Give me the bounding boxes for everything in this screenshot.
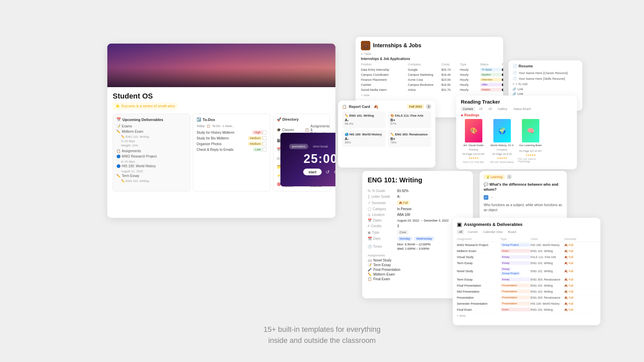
settings-icon[interactable]: ⚙ <box>334 169 335 175</box>
checkbox-4[interactable] <box>263 147 267 152</box>
assignment-item-3[interactable]: ✏️ Term Essay <box>116 174 186 178</box>
resume-item-2[interactable]: 📄 Your Name Here [Skills Resume] <box>508 76 582 81</box>
plus-icon: + <box>513 82 514 86</box>
checkbox-1[interactable] <box>263 130 267 134</box>
rc-course-3[interactable]: 🌎 HIS 100: World History A- 85% <box>342 130 386 147</box>
internship-row-3[interactable]: Finance Placement Acme Corp $23.00 Hourl… <box>356 77 503 82</box>
book-2-status: Complete <box>496 148 507 151</box>
assign-row-10[interactable]: Semester Presentation Presentation HIS 1… <box>453 301 600 307</box>
tab-long-break[interactable]: long break <box>333 144 335 149</box>
checkbox-2[interactable] <box>263 136 267 140</box>
book-3-title: Our Learning Brain <box>519 144 542 147</box>
assignments-table-header: Assignment Type Class Semester <box>453 236 600 242</box>
light-bulb-icon: 💡 <box>486 175 490 179</box>
book-3[interactable]: 🧠 Our Learning Brain On Page 127 of 157 … <box>518 119 543 163</box>
cards-area: Student OS ⭐ Success is a series of smal… <box>87 30 557 318</box>
internship-row-1[interactable]: Data Entry Internship Google $25.74 Hour… <box>356 67 503 72</box>
assignments-tabs: All Current Calendar View Board <box>453 230 600 236</box>
pomodoro-start-button[interactable]: start <box>303 169 322 175</box>
pomodoro-controls: start ↺ ⚙ <box>303 169 335 175</box>
book-1[interactable]: 🎨 Art: Visual Guide Reading On Page 210 … <box>461 119 486 163</box>
tab-all-2[interactable]: All <box>486 107 494 111</box>
learning-header: 💡 Learning 1 <box>480 171 567 182</box>
rc-course-4[interactable]: ✏️ ENG 303: Renaissance B+ 78% <box>388 130 431 147</box>
assign-row-3[interactable]: Visual Study Essay FALS 111: Fine Arts 🍂… <box>453 254 600 260</box>
assign-row-1[interactable]: WW2 Research Project Group Project HIS 1… <box>453 242 600 248</box>
assignments-deliverables-card: ▣ Assignments & Deliverables All Current… <box>453 218 600 325</box>
tab-today[interactable]: Today <box>197 124 205 128</box>
doc-icon-1: 📄 <box>513 71 517 75</box>
briefcase-icon: 💼 <box>361 41 370 50</box>
todo-item-4[interactable]: Check & Reply to Emails Low <box>197 147 267 152</box>
resume-link-1[interactable]: 🔗 Link <box>508 87 582 92</box>
internship-row-5[interactable]: Social Media Intern Artiza $31.75 Hourly… <box>356 87 503 92</box>
tab-all[interactable]: All <box>477 107 484 111</box>
resume-add-link[interactable]: + + To Add <box>508 81 582 87</box>
resume-item-1[interactable]: 📄 Your Name Here [Classic Resume] <box>508 70 582 76</box>
assign-row-5[interactable]: Novel Study Essay Group Project ENG 101:… <box>453 266 600 277</box>
assign-row-4[interactable]: Term Essay Essay ENG 101: Writing 🍂 Fall <box>453 260 600 266</box>
tab-all[interactable]: All <box>457 230 464 234</box>
assign-row-2[interactable]: Midterm Exam Exam ENG 101: Writing 🍂 Fal… <box>453 248 600 254</box>
assign-row-6[interactable]: Term Essay Essay ENG 303: Renaissance 🍂 … <box>453 277 600 283</box>
course-2-score: 87% <box>390 122 429 125</box>
book-2[interactable]: 🌍 World History, Ch 3 Complete On Page 1… <box>489 119 515 163</box>
checkbox-3[interactable] <box>263 142 267 146</box>
assignment-item-1[interactable]: 🔵 WW2 Research Project <box>116 155 186 158</box>
tab-gallery[interactable]: Gallery <box>496 107 509 111</box>
todo-item-2[interactable]: Study for Bio Midterm Medium <box>197 136 267 140</box>
assignments-deliverables-title: Assignments & Deliverables <box>464 222 523 227</box>
assign-row-11[interactable]: Final Exam Exam ENG 101: Writing 🍂 Fall <box>453 307 600 313</box>
report-card-card: 📋 Report Card 🍂 Fall 2022 4 ✏️ ENG 101: … <box>338 101 435 168</box>
todo-item-3[interactable]: Organize Photos Medium <box>197 142 267 146</box>
internship-row-4[interactable]: Cashier Campus Bookstore $18.95 Hourly O… <box>356 82 503 87</box>
course-1-score: 88.4% <box>345 122 383 125</box>
exam-icon: 📝 <box>116 124 120 128</box>
books-list: 🎨 Art: Visual Guide Reading On Page 210 … <box>456 119 577 163</box>
tab-status-board[interactable]: Status Board <box>512 107 533 111</box>
assign-icon-2: 📝 <box>368 263 372 267</box>
rc-course-1[interactable]: ✏️ ENG 101: Writing A- 88.4% <box>342 111 386 128</box>
pomodoro-timer: 25:00 <box>304 152 335 166</box>
tab-current[interactable]: Current <box>466 230 480 234</box>
assign-add-row[interactable]: + New <box>453 313 600 319</box>
course-1-name: ✏️ ENG 101: Writing <box>345 114 383 117</box>
book-2-title: World History, Ch 3 <box>490 144 514 147</box>
rc-course-2[interactable]: 🎨 FALS 111: Fine Arts B+ 87% <box>388 111 431 128</box>
assign-row-7[interactable]: Final Presentation Presentation ENG 101:… <box>453 283 600 289</box>
page-container: Student OS ⭐ Success is a series of smal… <box>0 0 644 362</box>
tab-calendar[interactable]: Calendar View <box>481 230 504 234</box>
assign-3-class: ✏️ ENG 101: Writing <box>121 179 186 183</box>
exam-item-1[interactable]: ✏️ Midterm Exam <box>116 130 186 133</box>
tab-board[interactable]: Board <box>506 230 518 234</box>
tab-pomodoro[interactable]: pomodoro <box>289 144 308 149</box>
link-icon-2: 🔗 <box>513 92 516 96</box>
learning-checkbox[interactable]: ✓ <box>484 195 488 200</box>
assign-row-8[interactable]: Mid Presentation Presentation ENG 101: W… <box>453 289 600 295</box>
book-2-class: HIS 100: World History <box>490 161 514 163</box>
book-1-title: Art: Visual Guide <box>464 144 484 147</box>
report-icon: 📋 <box>342 105 347 109</box>
internship-row-2[interactable]: Campus Coordinator Campus Marketing $18.… <box>356 72 503 77</box>
book-1-class: FALS 111: Fine Arts <box>463 161 484 163</box>
todos-section: ☑️ To-Dos Today 📋 To-Do 1 more... Study … <box>193 114 270 191</box>
reading-tracker-tabs: Current All All Gallery Status Board <box>456 107 577 113</box>
student-os-title: Student OS <box>113 92 330 101</box>
todo-item-1[interactable]: Study for History Midterm High <box>197 130 267 134</box>
tab-short-break[interactable]: short break <box>310 144 331 149</box>
assign-row-9[interactable]: Presentation Presentation ENG 303: Renai… <box>453 295 600 301</box>
refresh-icon[interactable]: ↺ <box>326 169 330 175</box>
internships-subtitle: Internships & Job Applications <box>356 57 503 63</box>
course-category-row: ◯ Category In Person <box>362 206 473 212</box>
assignment-item-2[interactable]: 🔵 HIS 100: World History <box>116 164 186 168</box>
assignments-icon: 📋 <box>116 149 120 153</box>
tab-current[interactable]: Current <box>461 107 475 111</box>
grade-count: 4 <box>426 104 431 109</box>
assign-icon-1: 📖 <box>368 258 372 262</box>
header-image <box>107 44 335 87</box>
speech-icon: 💬 <box>484 182 488 186</box>
table-view-label[interactable]: Table <box>364 52 371 56</box>
book-cover-3: 🧠 <box>522 119 539 142</box>
book-2-stars: ★★★★★ <box>497 157 507 160</box>
course-letter-grade-row: ∑ Letter Grade A- <box>362 194 473 199</box>
